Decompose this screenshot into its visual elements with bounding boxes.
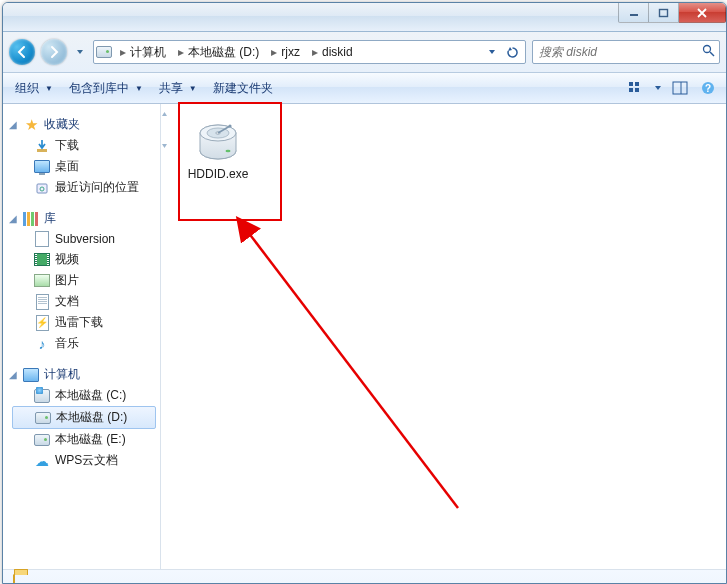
nav-item-thunder[interactable]: ⚡迅雷下载 (8, 312, 160, 333)
minimize-button[interactable] (618, 3, 649, 23)
file-item[interactable]: HDDID.exe (174, 110, 262, 187)
nav-group-title[interactable]: ◢ ★ 收藏夹 (8, 114, 160, 135)
close-button[interactable] (679, 3, 726, 23)
organize-button[interactable]: 组织▼ (9, 77, 59, 100)
nav-forward-button[interactable] (41, 39, 67, 65)
annotation-arrow (228, 208, 488, 528)
chevron-down-icon: ▼ (189, 84, 197, 93)
nav-item-wps-cloud[interactable]: ☁WPS云文档 (8, 450, 160, 471)
nav-history-dropdown[interactable] (73, 48, 87, 56)
search-icon (702, 44, 715, 60)
nav-item-label: 图片 (55, 272, 79, 289)
address-bar[interactable]: ▸计算机 ▸本地磁盘 (D:) ▸rjxz ▸diskid (93, 40, 526, 64)
maximize-button[interactable] (649, 3, 679, 23)
favorites-icon: ★ (23, 117, 39, 133)
nav-group-label: 收藏夹 (44, 116, 80, 133)
new-folder-button[interactable]: 新建文件夹 (207, 77, 279, 100)
svg-text:?: ? (705, 83, 711, 94)
address-dropdown-button[interactable] (483, 43, 501, 61)
nav-item-downloads[interactable]: 下载 (8, 135, 160, 156)
status-bar: 1 个对象 (3, 569, 726, 584)
nav-item-desktop[interactable]: 桌面 (8, 156, 160, 177)
nav-item-drive-e[interactable]: 本地磁盘 (E:) (8, 429, 160, 450)
svg-point-2 (704, 46, 711, 53)
chevron-down-icon: ▼ (45, 84, 53, 93)
nav-group-title[interactable]: ◢ 计算机 (8, 364, 160, 385)
pane-divider[interactable] (161, 104, 168, 569)
drive-icon (96, 44, 112, 60)
nav-item-label: 最近访问的位置 (55, 179, 139, 196)
toolbar-label: 包含到库中 (69, 80, 129, 97)
subversion-icon (34, 231, 50, 247)
desktop-icon (34, 159, 50, 175)
chevron-down-icon: ▼ (135, 84, 143, 93)
toolbar-label: 组织 (15, 80, 39, 97)
navigation-pane: ◢ ★ 收藏夹 下载 桌面 最近访问的位置 ◢ 库 Subversion 视频 … (3, 104, 161, 569)
nav-item-recent[interactable]: 最近访问的位置 (8, 177, 160, 198)
nav-group-favorites: ◢ ★ 收藏夹 下载 桌面 最近访问的位置 (8, 114, 160, 198)
nav-back-button[interactable] (9, 39, 35, 65)
nav-item-music[interactable]: ♪音乐 (8, 333, 160, 354)
nav-group-title[interactable]: ◢ 库 (8, 208, 160, 229)
nav-item-label: 视频 (55, 251, 79, 268)
address-segment[interactable]: ▸diskid (306, 41, 481, 63)
nav-item-pictures[interactable]: 图片 (8, 270, 160, 291)
share-button[interactable]: 共享▼ (153, 77, 203, 100)
nav-item-label: Subversion (55, 232, 115, 246)
address-segment[interactable]: ▸本地磁盘 (D:) (172, 41, 263, 63)
nav-item-label: 下载 (55, 137, 79, 154)
svg-rect-4 (629, 82, 633, 86)
svg-rect-6 (629, 88, 633, 92)
svg-rect-1 (660, 9, 668, 16)
svg-line-21 (248, 232, 458, 508)
collapse-icon: ◢ (8, 369, 18, 380)
view-options-button[interactable] (624, 77, 648, 99)
libraries-icon (23, 211, 39, 227)
collapse-icon: ◢ (8, 119, 18, 130)
view-options-dropdown[interactable] (652, 77, 664, 99)
address-segment-text: rjxz (281, 45, 300, 59)
svg-rect-8 (673, 82, 687, 94)
nav-item-label: 音乐 (55, 335, 79, 352)
nav-group-computer: ◢ 计算机 本地磁盘 (C:) 本地磁盘 (D:) 本地磁盘 (E:) ☁WPS… (8, 364, 160, 471)
title-bar (3, 3, 726, 32)
nav-item-label: WPS云文档 (55, 452, 118, 469)
nav-item-label: 桌面 (55, 158, 79, 175)
nav-item-drive-c[interactable]: 本地磁盘 (C:) (8, 385, 160, 406)
help-button[interactable]: ? (696, 77, 720, 99)
toolbar-label: 共享 (159, 80, 183, 97)
nav-item-videos[interactable]: 视频 (8, 249, 160, 270)
nav-item-label: 本地磁盘 (E:) (55, 431, 126, 448)
collapse-icon: ◢ (8, 213, 18, 224)
explorer-window: ▸计算机 ▸本地磁盘 (D:) ▸rjxz ▸diskid 组织▼ 包含到库中▼… (2, 2, 727, 584)
nav-item-drive-d[interactable]: 本地磁盘 (D:) (12, 406, 156, 429)
search-box[interactable] (532, 40, 720, 64)
svg-line-3 (710, 52, 714, 56)
system-drive-icon (34, 388, 50, 404)
toolbar: 组织▼ 包含到库中▼ 共享▼ 新建文件夹 ? (3, 73, 726, 104)
downloads-icon (34, 138, 50, 154)
nav-item-documents[interactable]: 文档 (8, 291, 160, 312)
drive-icon (34, 432, 50, 448)
address-segment[interactable]: ▸计算机 (114, 41, 170, 63)
search-input[interactable] (537, 44, 698, 60)
pictures-icon (34, 273, 50, 289)
file-list[interactable]: HDDID.exe (168, 104, 726, 569)
address-segment-text: diskid (322, 45, 353, 59)
music-icon: ♪ (34, 336, 50, 352)
nav-item-subversion[interactable]: Subversion (8, 229, 160, 249)
svg-point-20 (226, 150, 231, 153)
nav-group-label: 库 (44, 210, 56, 227)
include-in-library-button[interactable]: 包含到库中▼ (63, 77, 149, 100)
computer-icon (23, 367, 39, 383)
preview-pane-button[interactable] (668, 77, 692, 99)
address-row: ▸计算机 ▸本地磁盘 (D:) ▸rjxz ▸diskid (3, 32, 726, 73)
svg-rect-13 (37, 184, 47, 193)
svg-point-19 (228, 124, 231, 127)
toolbar-label: 新建文件夹 (213, 80, 273, 97)
address-segment[interactable]: ▸rjxz (265, 41, 304, 63)
folder-icon (13, 575, 45, 584)
refresh-button[interactable] (503, 43, 521, 61)
cloud-icon: ☁ (34, 453, 50, 469)
svg-rect-5 (635, 82, 639, 86)
